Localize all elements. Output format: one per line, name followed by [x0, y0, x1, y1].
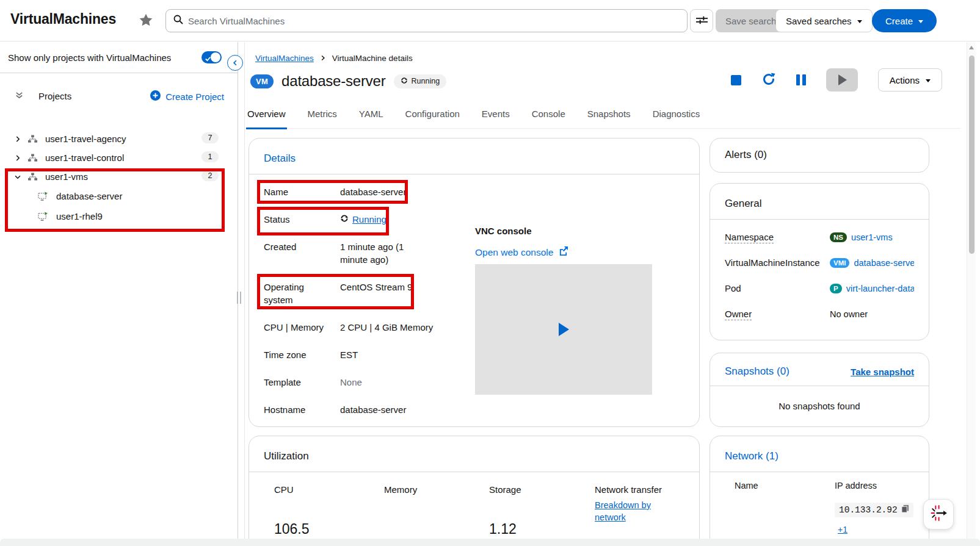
owner-label: Owner: [725, 309, 752, 320]
network-table: Name IP address 10.133.2.92 +1: [710, 472, 929, 535]
actions-label: Actions: [890, 75, 920, 85]
memory-column-label: Memory: [384, 484, 489, 495]
general-title: General: [710, 184, 929, 219]
vm-count-badge: 2: [201, 170, 219, 181]
scrollbar-thumb[interactable]: [969, 56, 975, 254]
vm-status-pill: Running: [394, 74, 447, 88]
projects-sidebar: Show only projects with VirtualMachines …: [0, 42, 238, 546]
created-value: 1 minute ago (1 minute ago): [340, 240, 432, 266]
project-name: user1-vms: [45, 171, 88, 182]
restart-vm-button[interactable]: [761, 72, 776, 88]
external-link-icon: [559, 246, 568, 258]
no-snapshots-message: No snapshots found: [710, 386, 929, 411]
utilization-storage-column: Storage 1.12: [489, 484, 595, 523]
details-card-title: Details: [249, 138, 699, 174]
namespace-link[interactable]: user1-vms: [851, 232, 893, 242]
app-window: VirtualMachines Save search Saved search…: [0, 0, 980, 546]
open-web-console-link[interactable]: Open web console: [475, 247, 553, 258]
pod-label: Pod: [725, 283, 741, 293]
general-row-pod: Pod P virt-launcher-data...: [725, 283, 914, 293]
name-value: database-server: [340, 185, 432, 198]
saved-searches-dropdown[interactable]: Saved searches: [775, 9, 873, 32]
sync-icon: [340, 213, 349, 226]
panel-resize-handle[interactable]: [237, 292, 242, 304]
utilization-card: Utilization CPU 106.5 Memory Storage 1.1…: [249, 436, 700, 546]
chevron-right-icon[interactable]: [13, 154, 23, 162]
timezone-value: EST: [340, 348, 432, 361]
tab-metrics[interactable]: Metrics: [307, 105, 338, 128]
projects-tree: user1-travel-agency 7 user1-travel-contr…: [0, 129, 238, 226]
general-row-namespace: Namespace NS user1-vms: [725, 232, 914, 242]
breadcrumb-virtualmachines-link[interactable]: VirtualMachines: [255, 54, 314, 63]
os-value: CentOS Stream 9: [340, 281, 432, 306]
alerts-title: Alerts (0): [710, 138, 929, 170]
scroll-up-arrow[interactable]: [969, 46, 974, 49]
filter-options-button[interactable]: [690, 9, 713, 32]
utilization-network-column: Network transfer Breakdown by network: [595, 484, 699, 523]
status-running-link[interactable]: Running: [352, 213, 387, 226]
start-vm-button[interactable]: [826, 68, 858, 92]
create-project-link[interactable]: Create Project: [150, 90, 224, 102]
template-value: None: [340, 376, 432, 389]
take-snapshot-link[interactable]: Take snapshot: [851, 367, 914, 377]
chevron-down-icon: [857, 20, 862, 23]
snapshots-title: Snapshots (0): [725, 365, 789, 378]
floating-action-button[interactable]: [923, 499, 954, 530]
tab-bar: Overview Metrics YAML Configuration Even…: [246, 105, 960, 129]
tab-diagnostics[interactable]: Diagnostics: [652, 105, 702, 128]
tree-item-user1-travel-control[interactable]: user1-travel-control 1: [0, 148, 238, 167]
search-input[interactable]: [188, 16, 680, 26]
hostname-label: Hostname: [264, 403, 328, 416]
breadcrumb-separator-icon: [320, 54, 326, 63]
tree-item-user1-travel-agency[interactable]: user1-travel-agency 7: [0, 129, 238, 148]
horizontal-scrollbar[interactable]: [0, 539, 980, 546]
tab-overview[interactable]: Overview: [246, 105, 287, 128]
tab-configuration[interactable]: Configuration: [404, 105, 461, 128]
utilization-memory-column: Memory: [384, 484, 489, 523]
sidebar-collapse-button[interactable]: [227, 55, 243, 71]
cpu-memory-value: 2 CPU | 4 GiB Memory: [340, 321, 462, 334]
actions-dropdown[interactable]: Actions: [878, 68, 942, 92]
pause-vm-button[interactable]: [796, 74, 806, 85]
collapse-all-icon[interactable]: [15, 91, 24, 102]
copy-icon[interactable]: [901, 505, 909, 515]
tab-snapshots[interactable]: Snapshots: [586, 105, 632, 128]
vmi-link[interactable]: database-server: [854, 258, 914, 268]
general-card: General Namespace NS user1-vms VirtualMa…: [710, 183, 929, 340]
create-label: Create: [885, 16, 913, 26]
pause-icon: [796, 74, 806, 85]
vnc-preview[interactable]: [475, 264, 652, 395]
os-label: Operating system: [264, 281, 328, 306]
breakdown-by-network-link[interactable]: Breakdown by network: [595, 499, 665, 523]
created-label: Created: [264, 240, 328, 266]
more-ips-link[interactable]: +1: [838, 525, 848, 534]
pod-link[interactable]: virt-launcher-data...: [846, 284, 914, 293]
stop-vm-button[interactable]: [731, 75, 741, 85]
utilization-title: Utilization: [249, 436, 699, 472]
projects-filter-toggle[interactable]: [201, 51, 222, 63]
network-card: Network (1) Name IP address 10.133.2.92: [710, 436, 929, 546]
tab-console[interactable]: Console: [531, 105, 567, 128]
network-ip-header: IP address: [835, 481, 914, 490]
tree-item-user1-rhel9[interactable]: user1-rhel9: [0, 206, 238, 226]
tab-yaml[interactable]: YAML: [358, 105, 385, 128]
create-button[interactable]: Create: [872, 9, 937, 32]
tree-item-user1-vms[interactable]: user1-vms 2: [0, 167, 238, 186]
general-row-owner: Owner No owner: [725, 309, 914, 319]
chevron-down-icon[interactable]: [13, 173, 23, 181]
page-title: VirtualMachines: [10, 11, 116, 27]
project-icon: [28, 135, 37, 143]
storage-value: 1.12: [489, 521, 517, 537]
details-card: Details Name database-server Status Runn…: [249, 138, 700, 427]
vmi-label: VirtualMachineInstance: [725, 257, 820, 268]
sync-icon: [401, 77, 408, 86]
chevron-right-icon[interactable]: [13, 135, 23, 143]
vm-name-title: database-server: [281, 73, 385, 90]
storage-column-label: Storage: [489, 484, 595, 495]
tab-events[interactable]: Events: [481, 105, 511, 128]
timezone-label: Time zone: [264, 348, 328, 361]
vertical-scrollbar[interactable]: [967, 42, 976, 539]
tree-item-database-server[interactable]: database-server: [0, 186, 238, 206]
namespace-badge: NS: [830, 232, 847, 242]
favorite-star-icon[interactable]: [138, 12, 154, 31]
